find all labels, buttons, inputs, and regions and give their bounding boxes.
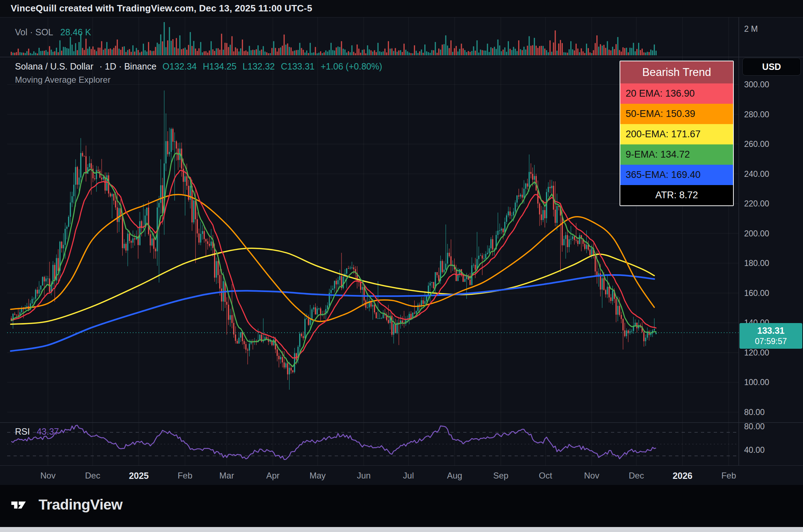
price-axis-label: 180.00 [744,259,769,268]
volume-indicator-legend[interactable]: Vol · SOL 28.46 K [15,27,91,37]
time-axis-label: Dec [629,471,644,481]
rsi-value: 43.37 [37,426,59,436]
last-price-badge[interactable]: 133.31 07:59:57 [739,323,802,349]
time-axis-label: Oct [539,471,552,481]
rsi-indicator-legend[interactable]: RSI 43.37 [15,426,59,437]
ema-legend-row: 200-EMA: 171.67 [620,124,733,144]
ohlc-high: H134.25 [203,61,237,71]
volume-value: 28.46 K [60,27,91,37]
time-axis-label: Nov [584,471,600,481]
ohlc-close: C133.31 [281,61,315,71]
ema-legend-row: 365-EMA: 169.40 [620,165,733,185]
price-axis[interactable]: 2 M300.00280.00260.00240.00220.00200.001… [739,17,803,465]
time-axis[interactable]: NovDec2025FebMarAprMayJunJulAugSepOctNov… [0,465,803,485]
trend-status-badge: Bearish Trend [620,61,733,83]
ohlc-low: L132.32 [243,61,275,71]
symbol-info-row[interactable]: Solana / U.S. Dollar · 1D · Binance O132… [15,61,386,72]
price-axis-label: 120.00 [744,348,769,358]
symbol-meta: · 1D · Binance [100,61,157,71]
ohlc-open: O132.34 [162,61,197,71]
time-axis-label: 2025 [129,471,149,481]
volume-scale-label: 2 M [744,24,758,34]
rsi-label: RSI [15,426,30,436]
price-axis-label: 260.00 [744,139,769,149]
ema-legend-row: 50-EMA: 150.39 [620,104,733,124]
indicator-title[interactable]: Moving Average Explorer [15,75,111,85]
time-axis-label: Apr [266,471,279,481]
price-axis-label: 280.00 [744,110,769,119]
price-axis-label: 160.00 [744,288,769,298]
price-change: +1.06 (+0.80%) [320,61,382,71]
symbol-name[interactable]: Solana / U.S. Dollar [15,61,94,71]
footer-bar: TradingView [0,485,803,527]
header-bar: VinceQuill created with TradingView.com,… [0,0,803,17]
time-axis-label: Feb [721,471,736,481]
ema-legend-row: 20 EMA: 136.90 [620,83,733,104]
price-axis-label: 80.00 [744,408,765,417]
bar-countdown-timer: 07:59:57 [739,337,802,346]
rsi-axis-label: 80.00 [744,422,765,431]
volume-label: Vol · SOL [15,27,53,37]
rsi-axis-label: 40.00 [744,445,765,455]
time-axis-label: Sep [493,471,509,481]
time-axis-label: Nov [40,471,56,481]
bottom-strip [0,527,803,532]
price-axis-label: 220.00 [744,199,769,209]
price-axis-label: 240.00 [744,169,769,179]
time-axis-label: Feb [178,471,192,481]
time-axis-label: Mar [219,471,234,481]
tradingview-brand-link[interactable]: TradingView [11,496,122,513]
time-axis-label: Jul [403,471,414,481]
tradingview-brand-text: TradingView [39,496,122,513]
price-axis-label: 200.00 [744,229,769,239]
last-price-value: 133.31 [739,326,802,336]
price-axis-label: 300.00 [744,80,769,89]
time-axis-label: 2026 [673,471,693,481]
tradingview-chart-window: VinceQuill created with TradingView.com,… [0,0,803,532]
time-axis-label: May [309,471,325,481]
time-axis-label: Dec [85,471,100,481]
time-axis-label: Aug [447,471,462,481]
ema-legend-row: 9-EMA: 134.72 [620,144,733,165]
page-title: VinceQuill created with TradingView.com,… [11,3,312,14]
ema-legend-table: Bearish Trend 20 EMA: 136.9050-EMA: 150.… [620,61,734,206]
price-axis-label: 100.00 [744,378,769,387]
atr-legend-row: ATR: 8.72 [620,185,733,205]
tradingview-logo-icon [11,497,33,513]
time-axis-label: Jun [357,471,371,481]
